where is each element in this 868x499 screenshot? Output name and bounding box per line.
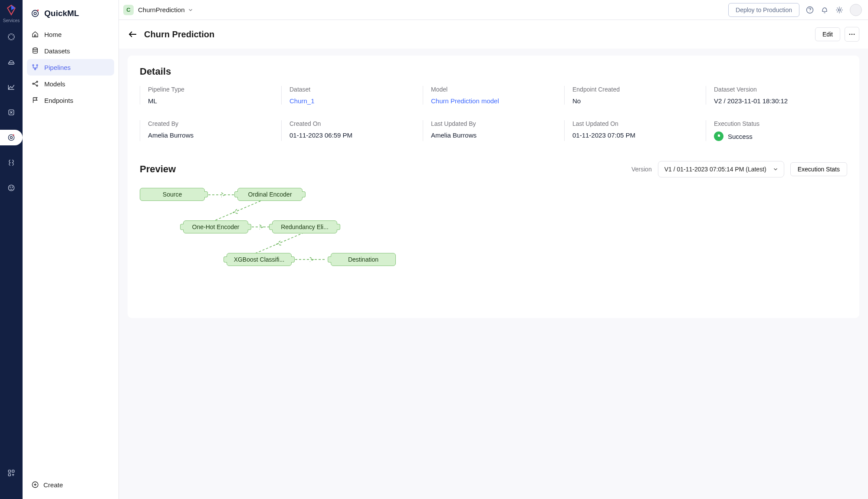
rail-item-4[interactable]: [3, 105, 19, 120]
back-arrow-icon[interactable]: [128, 29, 138, 39]
svg-point-16: [35, 69, 36, 70]
svg-point-13: [33, 48, 38, 50]
rail-item-3[interactable]: [3, 79, 19, 95]
page-header: Churn Prediction Edit: [119, 20, 868, 49]
version-label: Version: [631, 166, 652, 173]
success-icon: [714, 131, 723, 141]
field-execution-status: Execution Status Success: [706, 120, 847, 141]
product-logo-icon: [6, 4, 17, 16]
edit-button[interactable]: Edit: [815, 27, 840, 41]
node-xgboost[interactable]: XGBoost Classifi...: [227, 253, 292, 266]
field-created-on: Created On01-11-2023 06:59 PM: [281, 120, 423, 141]
deploy-button[interactable]: Deploy to Production: [728, 3, 799, 17]
details-card: Details Pipeline TypeML DatasetChurn_1 M…: [128, 56, 859, 318]
user-avatar[interactable]: [850, 4, 862, 16]
nav-pipelines[interactable]: Pipelines: [27, 59, 114, 76]
nav-models[interactable]: Models: [27, 76, 114, 92]
create-button[interactable]: Create: [27, 476, 114, 493]
node-destination[interactable]: Destination: [331, 253, 396, 266]
field-dataset: DatasetChurn_1: [281, 86, 423, 105]
svg-point-17: [33, 83, 34, 85]
details-heading: Details: [140, 66, 847, 77]
workspace-chip[interactable]: C: [123, 5, 134, 15]
bell-icon[interactable]: [820, 6, 829, 14]
svg-rect-9: [8, 474, 10, 476]
chevron-down-icon[interactable]: [187, 7, 194, 13]
field-last-updated-by: Last Updated ByAmelia Burrows: [423, 120, 564, 141]
version-select[interactable]: V1 / 01-11-2023 07:05:14 PM (Latest): [658, 161, 784, 177]
svg-point-10: [32, 10, 39, 17]
svg-point-3: [13, 135, 14, 136]
rail-item-1[interactable]: [3, 29, 19, 45]
svg-point-12: [37, 10, 39, 11]
help-icon[interactable]: [806, 6, 814, 14]
svg-point-14: [33, 65, 34, 66]
nav-home[interactable]: Home: [27, 26, 114, 43]
topbar: C ChurnPrediction Deploy to Production: [119, 0, 868, 20]
svg-point-22: [838, 9, 841, 11]
field-model: ModelChurn Prediction model: [423, 86, 564, 105]
svg-point-19: [36, 85, 38, 86]
svg-point-11: [34, 12, 36, 15]
svg-point-5: [10, 187, 11, 188]
sidebar: QuickML Home Datasets Pipelines Models E…: [23, 0, 119, 499]
rail-item-2[interactable]: [3, 54, 19, 70]
page-title: Churn Prediction: [144, 30, 214, 39]
rail-item-7[interactable]: [3, 180, 19, 196]
services-label: Services: [3, 18, 20, 23]
rail-item-6[interactable]: [3, 155, 19, 171]
more-menu[interactable]: [845, 27, 859, 42]
svg-point-25: [854, 34, 855, 35]
field-dataset-version: Dataset VersionV2 / 2023-11-01 18:30:12: [706, 86, 847, 105]
svg-point-15: [36, 65, 38, 66]
svg-rect-8: [12, 470, 14, 472]
node-redundancy[interactable]: Redundancy Eli...: [272, 220, 337, 233]
svg-rect-7: [8, 470, 10, 472]
node-source[interactable]: Source: [140, 188, 205, 201]
svg-point-2: [10, 137, 13, 139]
rail-item-quickml[interactable]: [0, 130, 23, 145]
field-endpoint-created: Endpoint CreatedNo: [564, 86, 706, 105]
svg-point-4: [8, 185, 14, 190]
execution-stats-button[interactable]: Execution Stats: [790, 162, 847, 176]
chevron-down-icon: [773, 166, 779, 172]
svg-point-23: [849, 34, 851, 35]
node-onehot-encoder[interactable]: One-Hot Encoder: [183, 220, 248, 233]
rail-apps-icon[interactable]: [3, 465, 19, 481]
nav-datasets[interactable]: Datasets: [27, 43, 114, 59]
service-rail: Services: [0, 0, 23, 499]
product-name: QuickML: [27, 6, 114, 26]
gear-icon[interactable]: [835, 6, 844, 14]
svg-point-18: [36, 81, 38, 82]
svg-point-6: [12, 187, 13, 188]
node-ordinal-encoder[interactable]: Ordinal Encoder: [237, 188, 302, 201]
pipeline-dag: Source Ordinal Encoder One-Hot Encoder R…: [140, 188, 847, 301]
workspace-name[interactable]: ChurnPrediction: [138, 6, 185, 13]
svg-point-24: [852, 34, 853, 35]
nav-endpoints[interactable]: Endpoints: [27, 92, 114, 108]
field-last-updated-on: Last Updated On01-11-2023 07:05 PM: [564, 120, 706, 141]
field-pipeline-type: Pipeline TypeML: [140, 86, 281, 105]
preview-heading: Preview: [140, 164, 176, 175]
field-created-by: Created ByAmelia Burrows: [140, 120, 281, 141]
